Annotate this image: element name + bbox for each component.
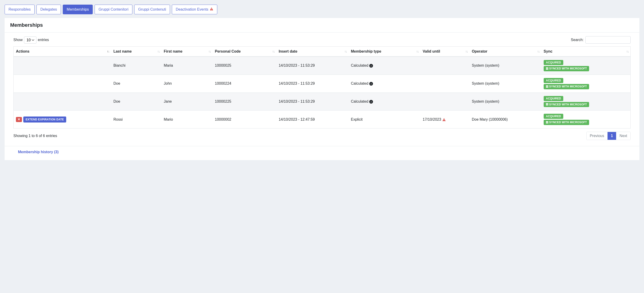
cell-insert-date: 14/10/2023 - 11:53:29 [276,74,348,92]
tab-gruppi-contenuti[interactable]: Gruppi Contenuti [134,4,170,14]
extend-expiration-button[interactable]: EXTEND EXPIRATION DATE [23,116,66,122]
cell-personal-code: 10000225 [212,92,276,110]
col-actions[interactable]: Actions↑↓ [14,46,111,57]
sort-icon: ↑↓ [537,50,540,53]
cell-insert-date: 14/10/2023 - 11:53:29 [276,92,348,110]
col-membership-type[interactable]: Membership type↑↓ [348,46,420,57]
search-input[interactable] [586,36,630,44]
close-icon [18,118,20,121]
cell-first-name: Mario [162,110,212,128]
sort-icon: ↑↓ [107,50,109,53]
tab-bar: ResponsiblesDelegatesMembershipsGruppi C… [4,4,640,14]
cell-valid-until [420,92,470,110]
cell-operator: System (system) [470,74,541,92]
col-insert-date[interactable]: Insert date↑↓ [276,46,348,57]
cell-membership-type: Calculatedi [348,74,420,92]
sort-icon: ↑↓ [344,50,347,53]
delete-button[interactable] [16,117,22,122]
cell-personal-code: 10000002 [212,110,276,128]
cell-membership-type: Calculatedi [348,56,420,74]
page-length-select[interactable]: 10 [24,36,36,44]
table-info: Showing 1 to 6 of 6 entries [14,134,57,138]
svg-rect-1 [212,10,212,10]
cell-last-name: Doe [111,74,162,92]
microsoft-icon [546,103,548,106]
svg-rect-12 [546,104,547,106]
tab-label: Delegates [40,8,57,12]
status-badge-acquired: ACQUIRED [544,96,564,101]
search-control: Search: [571,36,630,44]
info-icon[interactable]: i [369,64,373,68]
table-footer: Showing 1 to 6 of 6 entries Previous1Nex… [4,128,640,146]
cell-first-name: Maria [162,56,212,74]
col-first-name[interactable]: First name↑↓ [162,46,212,57]
cell-sync: ACQUIREDSYNCED WITH MICROSOFT [541,74,630,92]
cell-actions: EXTEND EXPIRATION DATE [14,110,111,128]
tab-label: Responsibles [8,8,31,12]
cell-operator: System (system) [470,56,541,74]
cell-first-name: Jane [162,92,212,110]
page-title: Memberships [4,18,640,32]
pagination: Previous1Next [586,132,630,140]
cell-actions [14,92,111,110]
membership-history-link[interactable]: Membership history (3) [4,146,640,160]
svg-rect-19 [547,122,548,124]
tab-deactivation-events[interactable]: Deactivation Events [172,4,217,14]
col-last-name[interactable]: Last name↑↓ [111,46,162,57]
cell-actions [14,56,111,74]
cell-valid-until [420,56,470,74]
svg-rect-18 [546,122,547,124]
col-personal-code[interactable]: Personal Code↑↓ [212,46,276,57]
svg-rect-14 [444,119,444,120]
cell-insert-date: 14/10/2023 - 12:47:59 [276,110,348,128]
table-controls: Show 10 entries Search: [4,32,640,46]
cell-membership-type: Explicit [348,110,420,128]
svg-rect-15 [444,120,444,121]
svg-rect-13 [547,104,548,106]
info-icon[interactable]: i [369,100,373,104]
cell-last-name: Bianchi [111,56,162,74]
cell-first-name: John [162,74,212,92]
warning-triangle-icon [442,118,446,122]
cell-operator: System (system) [470,92,541,110]
status-badge-synced: SYNCED WITH MICROSOFT [544,120,589,125]
pagination-previous[interactable]: Previous [586,132,607,140]
svg-rect-17 [547,121,548,122]
cell-valid-until [420,74,470,92]
tab-label: Memberships [67,8,89,12]
col-sync[interactable]: Sync↑↓ [541,46,630,57]
microsoft-icon [546,67,548,70]
svg-rect-16 [546,121,547,122]
svg-rect-2 [546,67,547,68]
warning-triangle-icon [210,7,213,12]
svg-rect-8 [546,86,547,88]
cell-valid-until: 17/10/2023 [420,110,470,128]
tab-label: Gruppi Contenitori [98,8,128,12]
pagination-page[interactable]: 1 [607,132,616,140]
pagination-next[interactable]: Next [616,132,630,140]
tab-delegates[interactable]: Delegates [36,4,61,14]
sort-icon: ↑↓ [416,50,419,53]
tab-gruppi-contenitori[interactable]: Gruppi Contenitori [94,4,132,14]
svg-rect-11 [547,103,548,104]
svg-rect-10 [546,103,547,104]
length-post-label: entries [38,38,49,42]
info-icon[interactable]: i [369,82,373,86]
sort-icon: ↑↓ [465,50,468,53]
cell-actions [14,74,111,92]
cell-membership-type: Calculatedi [348,92,420,110]
table-row: BianchiMaria1000002514/10/2023 - 11:53:2… [14,56,630,74]
tab-memberships[interactable]: Memberships [63,4,93,14]
table-row: EXTEND EXPIRATION DATERossiMario10000002… [14,110,630,128]
tab-label: Gruppi Contenuti [138,8,166,12]
cell-last-name: Rossi [111,110,162,128]
tab-responsibles[interactable]: Responsibles [4,4,34,14]
table-row: DoeJane1000022514/10/2023 - 11:53:29Calc… [14,92,630,110]
status-badge-acquired: ACQUIRED [544,60,564,65]
col-valid-until[interactable]: Valid until↑↓ [420,46,470,57]
microsoft-icon [546,85,548,88]
svg-rect-4 [546,68,547,70]
col-operator[interactable]: Operator↑↓ [470,46,541,57]
length-pre-label: Show [14,38,22,42]
sort-icon: ↑↓ [157,50,160,53]
